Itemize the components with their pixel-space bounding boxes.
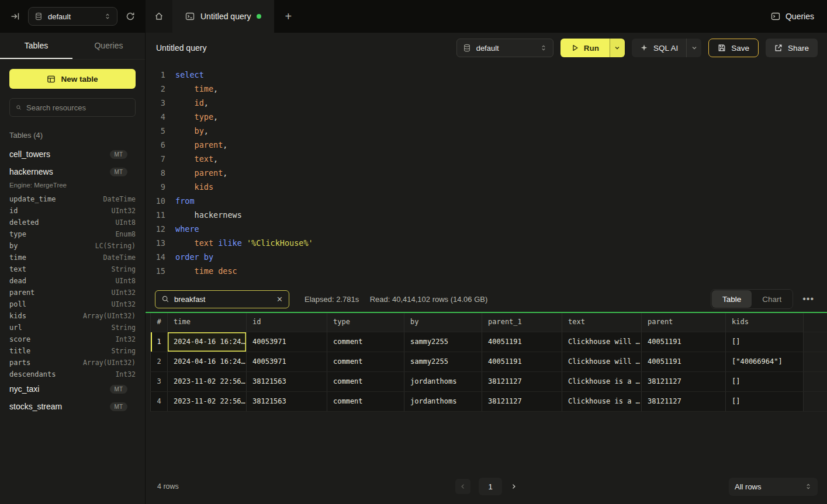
row-number-cell[interactable]: 4 — [150, 392, 168, 411]
column-header-text[interactable]: text — [562, 313, 642, 332]
share-button[interactable]: Share — [766, 39, 818, 57]
unsaved-indicator-dot — [257, 14, 261, 19]
column-header-parent_1[interactable]: parent_1 — [482, 313, 562, 332]
table-cell[interactable]: jordanthoms — [404, 372, 482, 391]
queries-button[interactable]: Queries — [771, 12, 814, 21]
engine-badge: MT — [110, 150, 127, 159]
column-header-time[interactable]: time — [168, 313, 247, 332]
table-cell[interactable]: sammy2255 — [404, 352, 482, 371]
engine-badge: MT — [110, 402, 127, 411]
arrow-to-bar-icon — [11, 12, 20, 21]
column-name: type — [9, 230, 115, 238]
column-header-parent[interactable]: parent — [642, 313, 726, 332]
column-type: UInt8 — [115, 277, 136, 285]
table-cell[interactable]: 38121127 — [482, 392, 562, 411]
sql-ai-button[interactable]: SQL AI — [632, 39, 686, 57]
code-line: text, — [175, 152, 218, 166]
editor-line: 3 id, — [146, 96, 827, 110]
save-button[interactable]: Save — [708, 39, 759, 57]
new-table-button[interactable]: New table — [9, 69, 136, 89]
table-cell[interactable]: [] — [726, 372, 804, 391]
table-item-nyc_taxi[interactable]: nyc_taxiMT — [0, 380, 145, 398]
table-cell[interactable]: 38121127 — [642, 392, 726, 411]
table-cell[interactable]: Clickhouse is a … — [562, 392, 642, 411]
table-cell[interactable]: 40051191 — [482, 332, 562, 352]
refresh-button[interactable] — [123, 9, 137, 23]
column-row: descendantsInt32 — [0, 369, 145, 380]
table-cell[interactable]: 40051191 — [482, 352, 562, 371]
chart-view-button[interactable]: Chart — [752, 290, 792, 308]
table-cell[interactable]: comment — [327, 392, 404, 411]
table-cell[interactable]: [] — [726, 392, 804, 411]
table-cell[interactable]: Clickhouse will … — [562, 332, 642, 352]
new-tab-button[interactable]: + — [274, 0, 302, 33]
rows-per-page-selector[interactable]: All rows — [729, 478, 818, 496]
table-item-cell_towers[interactable]: cell_towersMT — [0, 145, 145, 163]
column-name: kids — [9, 312, 83, 320]
column-name: by — [9, 242, 95, 250]
tab-untitled-query[interactable]: Untitled query — [172, 0, 274, 33]
column-header-type[interactable]: type — [327, 313, 404, 332]
table-cell[interactable]: 38121563 — [247, 372, 327, 391]
table-cell[interactable]: 40053971 — [247, 352, 327, 371]
table-view-button[interactable]: Table — [712, 290, 752, 308]
column-header-id[interactable]: id — [247, 313, 327, 332]
sql-ai-options-button[interactable] — [686, 39, 701, 57]
table-cell[interactable]: 40051191 — [642, 332, 726, 352]
table-item-stocks_stream[interactable]: stocks_streamMT — [0, 398, 145, 415]
column-header-by[interactable]: by — [404, 313, 482, 332]
table-cell[interactable]: jordanthoms — [404, 392, 482, 411]
line-number: 5 — [149, 124, 165, 138]
column-row: pollUInt32 — [0, 298, 145, 310]
run-button-group: Run — [560, 39, 625, 57]
line-number: 10 — [149, 194, 165, 208]
query-database-selector[interactable]: default — [456, 39, 553, 57]
run-button[interactable]: Run — [560, 39, 610, 57]
sql-editor[interactable]: 1select2 time,3 id,4 type,5 by,6 parent,… — [146, 63, 827, 286]
table-cell[interactable]: 2023-11-02 22:56… — [168, 372, 247, 391]
column-header-num[interactable]: # — [150, 313, 168, 332]
search-resources-input[interactable] — [26, 103, 129, 112]
line-number: 4 — [149, 110, 165, 124]
results-filter-input[interactable] — [174, 295, 272, 304]
table-cell[interactable]: 2023-11-02 22:56… — [168, 392, 247, 411]
row-number-cell[interactable]: 3 — [150, 372, 168, 391]
table-cell[interactable]: comment — [327, 332, 404, 352]
table-cell[interactable]: 38121563 — [247, 392, 327, 411]
table-cell[interactable]: 38121127 — [482, 372, 562, 391]
clear-search-button[interactable]: ✕ — [276, 295, 283, 304]
previous-page-button[interactable] — [455, 479, 470, 494]
column-name: poll — [9, 300, 111, 308]
table-cell[interactable]: 2024-04-16 16:24… — [168, 332, 247, 352]
table-cell[interactable]: 2024-04-16 16:24… — [168, 352, 247, 371]
table-cell[interactable]: 40051191 — [642, 352, 726, 371]
current-page-indicator[interactable]: 1 — [479, 478, 502, 495]
table-cell[interactable]: comment — [327, 352, 404, 371]
column-header-kids[interactable]: kids — [726, 313, 804, 332]
table-name: nyc_taxi — [9, 384, 110, 394]
column-row: timeDateTime — [0, 252, 145, 263]
column-type: Int32 — [115, 335, 136, 343]
next-page-button[interactable] — [510, 483, 517, 490]
topbar-database-selector[interactable]: default — [28, 7, 117, 26]
run-options-button[interactable] — [610, 39, 625, 57]
table-cell[interactable]: ["40066964"] — [726, 352, 804, 371]
table-cell[interactable]: comment — [327, 372, 404, 391]
table-cell[interactable]: sammy2255 — [404, 332, 482, 352]
home-tab[interactable] — [146, 0, 172, 33]
table-cell[interactable]: Clickhouse is a … — [562, 372, 642, 391]
expand-sidebar-button[interactable] — [8, 9, 22, 23]
table-cell[interactable]: [] — [726, 332, 804, 352]
table-cell[interactable]: 40053971 — [247, 332, 327, 352]
more-options-button[interactable]: ••• — [799, 294, 818, 304]
row-number-cell[interactable]: 1 — [150, 332, 168, 352]
updown-chevron-icon — [805, 483, 812, 490]
tab-queries[interactable]: Queries — [72, 33, 145, 59]
table-item-hackernews[interactable]: hackernewsMT — [0, 163, 145, 180]
table-cell[interactable]: Clickhouse will … — [562, 352, 642, 371]
column-type: UInt8 — [115, 218, 136, 227]
table-cell[interactable]: 38121127 — [642, 372, 726, 391]
row-number-cell[interactable]: 2 — [150, 352, 168, 371]
tab-tables[interactable]: Tables — [0, 33, 72, 59]
code-line: from — [175, 194, 195, 208]
